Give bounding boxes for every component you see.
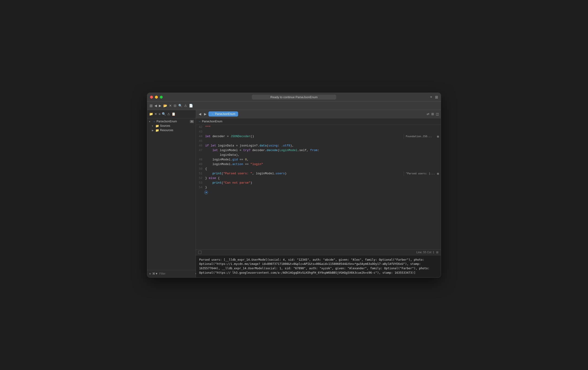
warning-sidebar-icon[interactable]: ⚠ bbox=[167, 112, 170, 116]
breadcrumb-swift-icon: → bbox=[198, 120, 201, 123]
search-sidebar-icon[interactable]: 🔍 bbox=[162, 112, 166, 116]
line-content-44: let decoder = JSONDecoder() bbox=[204, 134, 404, 139]
widget-btn-51[interactable]: ⊞ bbox=[437, 171, 439, 176]
status-checkbox[interactable] bbox=[198, 251, 201, 254]
title-bar-center: Ready to continue ParseJsonEnum bbox=[252, 95, 336, 99]
add-sidebar-icon[interactable]: + bbox=[149, 272, 151, 275]
play-button[interactable] bbox=[204, 191, 208, 194]
code-line-54: 54 } bbox=[196, 185, 441, 190]
window-title: Ready to continue ParseJsonEnum bbox=[252, 95, 336, 99]
add-icon[interactable]: + bbox=[430, 95, 432, 99]
grid-icon[interactable]: ⊞ bbox=[149, 104, 153, 108]
code-line-53: 53 print("Can not parse") bbox=[196, 181, 441, 185]
code-line-48: 48 loginModel.gid == 0, bbox=[196, 157, 441, 162]
line-content-50: { bbox=[204, 167, 441, 171]
line-content-46: if let loginData = jsonLogin?.data(using… bbox=[204, 143, 441, 148]
line-widget-51[interactable]: "Parsed users: [... ⊞ bbox=[404, 171, 441, 176]
folder-icon[interactable]: 📁 bbox=[149, 112, 153, 116]
sidebar-item-resources[interactable]: ▶ 📁 Resources bbox=[147, 128, 196, 132]
code-line-50: 50 { bbox=[196, 167, 441, 171]
folder-open-icon[interactable]: 📂 bbox=[163, 104, 167, 108]
filter-input[interactable] bbox=[159, 272, 194, 275]
code-line-51: 51 print("Parsed users: ", loginModel.us… bbox=[196, 171, 441, 176]
code-line-49: 49 loginModel.action == "login" bbox=[196, 162, 441, 167]
split-editor-icon[interactable]: ⇄ bbox=[427, 112, 430, 116]
line-num-46: 46 bbox=[196, 143, 204, 148]
hierarchy-icon[interactable]: ≡ bbox=[158, 112, 160, 116]
structure-icon[interactable]: ⊟ bbox=[174, 104, 177, 108]
sidebar-toolbar: 📁 ✕ ≡ 🔍 ⚠ 📋 bbox=[147, 110, 196, 118]
line-content-48: loginModel.gid == 0, bbox=[204, 157, 441, 162]
console-text: Parsed users: [__lldb_expr_14.UserModel(… bbox=[199, 258, 430, 274]
line-num-43: 43 bbox=[196, 130, 204, 134]
project-name-label: ParseJsonEnum bbox=[157, 120, 177, 123]
layout-icon[interactable]: ⊞ bbox=[435, 95, 438, 99]
line-content-49: loginModel.action == "login" bbox=[204, 162, 441, 167]
line-num-44: 44 bbox=[196, 134, 204, 139]
line-num-42: 42 bbox=[196, 125, 204, 130]
sidebar-tree: ▾ → ParseJsonEnum A ▾ 📁 Sources ▶ 📁 Reso… bbox=[147, 118, 196, 270]
widget-text-51: "Parsed users: [... bbox=[406, 171, 435, 176]
search-icon[interactable]: 🔍 bbox=[178, 104, 182, 108]
inspector-icon[interactable]: ◫ bbox=[436, 112, 439, 116]
line-num-49: 49 bbox=[196, 162, 204, 167]
sources-label: Sources bbox=[160, 124, 170, 127]
status-bar: Line: 55 Col: 1 ⊞ bbox=[196, 250, 441, 255]
editor-area: ◀ ▶ → ParseJsonEnum ⇄ ⊞ ◫ → ParseJsonEnu… bbox=[196, 110, 441, 277]
expand-sources-icon: ▾ bbox=[152, 125, 155, 127]
sidebar: 📁 ✕ ≡ 🔍 ⚠ 📋 ▾ → ParseJsonEnum A ▾ 📁 bbox=[147, 110, 196, 277]
sidebar-item-project[interactable]: ▾ → ParseJsonEnum A bbox=[147, 119, 196, 124]
title-bar: Ready to continue ParseJsonEnum + ⊞ bbox=[147, 93, 441, 102]
close-button[interactable] bbox=[150, 96, 153, 99]
resources-label: Resources bbox=[160, 129, 173, 132]
tab-swift-icon: → bbox=[211, 113, 214, 115]
filter-arrows-icon: ⌘▼ bbox=[152, 272, 158, 275]
code-line-47: 47 let loginModel = try? decoder.decode(… bbox=[196, 148, 441, 153]
console-output: Parsed users: [__lldb_expr_14.UserModel(… bbox=[196, 255, 441, 277]
warning-icon[interactable]: ⚠ bbox=[184, 104, 187, 108]
line-num-54: 54 bbox=[196, 185, 204, 190]
widget-text-44: Foundation.JSO... bbox=[406, 134, 432, 139]
close-editor-icon[interactable]: ✕ bbox=[169, 104, 172, 108]
breadcrumb-text: ParseJsonEnum bbox=[202, 120, 222, 123]
widget-btn-44[interactable]: ⊞ bbox=[437, 134, 439, 139]
code-editor[interactable]: 42 """ 43 44 let decoder = JSONDecoder()… bbox=[196, 125, 441, 250]
line-num-50: 50 bbox=[196, 167, 204, 171]
line-content-42: """ bbox=[204, 125, 441, 130]
status-right: Line: 55 Col: 1 ⊞ bbox=[416, 251, 439, 254]
expand-project-icon: ▾ bbox=[149, 120, 152, 123]
code-line-46: 46 if let loginData = jsonLogin?.data(us… bbox=[196, 143, 441, 148]
back-nav-button[interactable]: ◀ bbox=[154, 104, 157, 108]
doc-icon[interactable]: 📄 bbox=[189, 104, 193, 108]
sidebar-item-sources[interactable]: ▾ 📁 Sources bbox=[147, 124, 196, 128]
line-content-47: let loginModel = try? decoder.decode(Log… bbox=[204, 148, 441, 153]
tab-forward-button[interactable]: ▶ bbox=[203, 112, 208, 116]
tab-parsejsonenum[interactable]: → ParseJsonEnum bbox=[209, 111, 238, 117]
x-icon[interactable]: ✕ bbox=[154, 112, 157, 116]
line-num-48: 48 bbox=[196, 157, 204, 162]
fullscreen-button[interactable] bbox=[160, 96, 163, 99]
line-content-47b: loginData), bbox=[204, 153, 441, 157]
main-content: 📁 ✕ ≡ 🔍 ⚠ 📋 ▾ → ParseJsonEnum A ▾ 📁 bbox=[147, 110, 441, 277]
doc-sidebar-icon[interactable]: 📋 bbox=[172, 112, 176, 116]
swift-icon: → bbox=[153, 120, 156, 123]
resources-folder-icon: 📁 bbox=[155, 129, 159, 132]
code-line-47b: loginData), bbox=[196, 153, 441, 157]
tab-label: ParseJsonEnum bbox=[215, 112, 235, 116]
traffic-lights bbox=[150, 96, 163, 99]
tab-back-button[interactable]: ◀ bbox=[198, 112, 202, 116]
line-num-47: 47 bbox=[196, 148, 204, 153]
sources-folder-icon: 📁 bbox=[155, 124, 159, 128]
status-expand-icon[interactable]: ⊞ bbox=[436, 251, 439, 254]
line-col-label: Line: 55 Col: 1 bbox=[416, 251, 434, 254]
forward-nav-button[interactable]: ▶ bbox=[159, 104, 161, 108]
play-button-line bbox=[196, 190, 441, 195]
line-widget-44[interactable]: Foundation.JSO... ⊞ bbox=[404, 134, 441, 139]
minimize-button[interactable] bbox=[155, 96, 158, 99]
main-toolbar: ⊞ ◀ ▶ 📂 ✕ ⊟ 🔍 ⚠ 📄 bbox=[147, 102, 441, 110]
breadcrumb-bar: → ParseJsonEnum bbox=[196, 118, 441, 125]
tabs-right: ⇄ ⊞ ◫ bbox=[427, 112, 439, 116]
line-num-52: 52 bbox=[196, 176, 204, 181]
sidebar-bottom: + ⌘▼ ⟳ ⤢ bbox=[147, 270, 196, 277]
editor-options-icon[interactable]: ⊞ bbox=[431, 112, 434, 116]
